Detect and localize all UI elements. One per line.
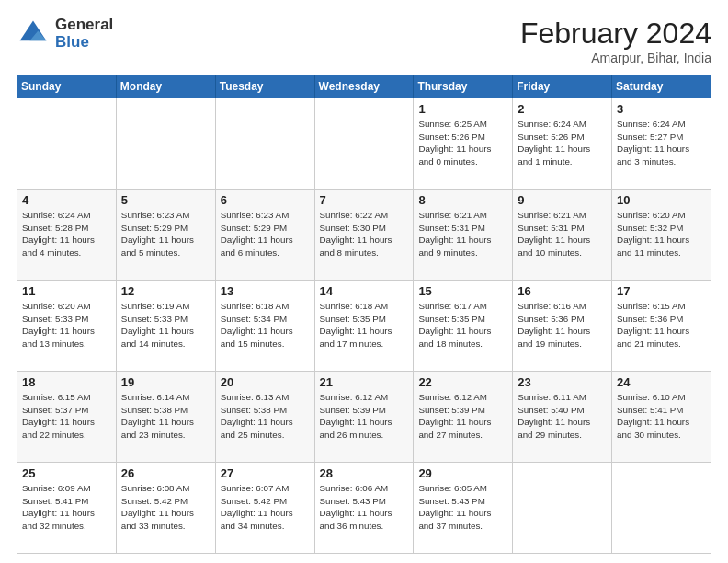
day-number: 5 (121, 193, 210, 207)
table-row: 22Sunrise: 6:12 AMSunset: 5:39 PMDayligh… (414, 372, 513, 463)
col-sunday: Sunday (17, 75, 117, 98)
day-info: Sunrise: 6:25 AMSunset: 5:26 PMDaylight:… (418, 118, 507, 168)
day-number: 6 (221, 193, 310, 207)
day-number: 22 (418, 375, 507, 389)
table-row: 4Sunrise: 6:24 AMSunset: 5:28 PMDaylight… (17, 190, 117, 281)
table-row: 5Sunrise: 6:23 AMSunset: 5:29 PMDaylight… (116, 190, 215, 281)
title-block: February 2024 Amarpur, Bihar, India (520, 17, 711, 65)
location-subtitle: Amarpur, Bihar, India (520, 51, 711, 65)
table-row: 20Sunrise: 6:13 AMSunset: 5:38 PMDayligh… (215, 372, 314, 463)
col-friday: Friday (513, 75, 612, 98)
table-row: 13Sunrise: 6:18 AMSunset: 5:34 PMDayligh… (215, 281, 314, 372)
table-row: 28Sunrise: 6:06 AMSunset: 5:43 PMDayligh… (314, 463, 414, 554)
table-row: 1Sunrise: 6:25 AMSunset: 5:26 PMDaylight… (414, 98, 513, 190)
day-number: 25 (22, 466, 111, 480)
day-info: Sunrise: 6:21 AMSunset: 5:31 PMDaylight:… (418, 209, 507, 259)
day-info: Sunrise: 6:08 AMSunset: 5:42 PMDaylight:… (121, 482, 210, 533)
table-row: 26Sunrise: 6:08 AMSunset: 5:42 PMDayligh… (116, 463, 215, 554)
day-info: Sunrise: 6:20 AMSunset: 5:32 PMDaylight:… (617, 209, 706, 259)
col-saturday: Saturday (612, 75, 711, 98)
calendar-week-row: 18Sunrise: 6:15 AMSunset: 5:37 PMDayligh… (17, 372, 711, 463)
day-info: Sunrise: 6:24 AMSunset: 5:26 PMDaylight:… (518, 118, 607, 168)
table-row (17, 98, 117, 190)
day-info: Sunrise: 6:23 AMSunset: 5:29 PMDaylight:… (121, 209, 210, 259)
table-row: 19Sunrise: 6:14 AMSunset: 5:38 PMDayligh… (116, 372, 215, 463)
table-row: 9Sunrise: 6:21 AMSunset: 5:31 PMDaylight… (513, 190, 612, 281)
day-number: 16 (518, 284, 607, 298)
day-number: 1 (418, 102, 507, 116)
header: General Blue February 2024 Amarpur, Biha… (17, 17, 711, 65)
table-row: 15Sunrise: 6:17 AMSunset: 5:35 PMDayligh… (414, 281, 513, 372)
day-number: 4 (22, 193, 111, 207)
table-row (612, 463, 711, 554)
logo-icon (17, 17, 50, 51)
day-number: 13 (221, 284, 310, 298)
logo-text: General Blue (55, 17, 113, 51)
table-row: 7Sunrise: 6:22 AMSunset: 5:30 PMDaylight… (314, 190, 414, 281)
calendar-header-row: Sunday Monday Tuesday Wednesday Thursday… (17, 75, 711, 98)
calendar-table: Sunday Monday Tuesday Wednesday Thursday… (17, 75, 711, 554)
day-info: Sunrise: 6:20 AMSunset: 5:33 PMDaylight:… (22, 300, 111, 350)
day-info: Sunrise: 6:22 AMSunset: 5:30 PMDaylight:… (320, 209, 409, 259)
table-row: 23Sunrise: 6:11 AMSunset: 5:40 PMDayligh… (513, 372, 612, 463)
day-info: Sunrise: 6:19 AMSunset: 5:33 PMDaylight:… (121, 300, 210, 350)
table-row: 21Sunrise: 6:12 AMSunset: 5:39 PMDayligh… (314, 372, 414, 463)
day-info: Sunrise: 6:15 AMSunset: 5:36 PMDaylight:… (617, 300, 706, 350)
col-monday: Monday (116, 75, 215, 98)
day-info: Sunrise: 6:12 AMSunset: 5:39 PMDaylight:… (418, 391, 507, 442)
table-row: 10Sunrise: 6:20 AMSunset: 5:32 PMDayligh… (612, 190, 711, 281)
day-info: Sunrise: 6:17 AMSunset: 5:35 PMDaylight:… (418, 300, 507, 350)
day-number: 29 (418, 466, 507, 480)
day-info: Sunrise: 6:11 AMSunset: 5:40 PMDaylight:… (518, 391, 607, 442)
day-info: Sunrise: 6:05 AMSunset: 5:43 PMDaylight:… (418, 482, 507, 533)
logo: General Blue (17, 17, 113, 51)
table-row: 16Sunrise: 6:16 AMSunset: 5:36 PMDayligh… (513, 281, 612, 372)
col-thursday: Thursday (414, 75, 513, 98)
day-info: Sunrise: 6:18 AMSunset: 5:34 PMDaylight:… (221, 300, 310, 350)
day-info: Sunrise: 6:15 AMSunset: 5:37 PMDaylight:… (22, 391, 111, 442)
table-row: 25Sunrise: 6:09 AMSunset: 5:41 PMDayligh… (17, 463, 117, 554)
day-number: 24 (617, 375, 706, 389)
table-row: 17Sunrise: 6:15 AMSunset: 5:36 PMDayligh… (612, 281, 711, 372)
calendar-week-row: 1Sunrise: 6:25 AMSunset: 5:26 PMDaylight… (17, 98, 711, 190)
logo-blue-text: Blue (55, 34, 113, 52)
day-number: 19 (121, 375, 210, 389)
day-info: Sunrise: 6:24 AMSunset: 5:28 PMDaylight:… (22, 209, 111, 259)
day-info: Sunrise: 6:07 AMSunset: 5:42 PMDaylight:… (221, 482, 310, 533)
col-wednesday: Wednesday (314, 75, 414, 98)
day-number: 21 (320, 375, 409, 389)
page: General Blue February 2024 Amarpur, Biha… (0, 0, 728, 563)
day-number: 18 (22, 375, 111, 389)
day-number: 20 (221, 375, 310, 389)
calendar-week-row: 25Sunrise: 6:09 AMSunset: 5:41 PMDayligh… (17, 463, 711, 554)
day-number: 15 (418, 284, 507, 298)
day-info: Sunrise: 6:14 AMSunset: 5:38 PMDaylight:… (121, 391, 210, 442)
table-row: 27Sunrise: 6:07 AMSunset: 5:42 PMDayligh… (215, 463, 314, 554)
table-row: 8Sunrise: 6:21 AMSunset: 5:31 PMDaylight… (414, 190, 513, 281)
day-info: Sunrise: 6:16 AMSunset: 5:36 PMDaylight:… (518, 300, 607, 350)
calendar-week-row: 11Sunrise: 6:20 AMSunset: 5:33 PMDayligh… (17, 281, 711, 372)
day-number: 26 (121, 466, 210, 480)
day-number: 23 (518, 375, 607, 389)
month-title: February 2024 (520, 17, 711, 51)
day-info: Sunrise: 6:12 AMSunset: 5:39 PMDaylight:… (320, 391, 409, 442)
table-row: 2Sunrise: 6:24 AMSunset: 5:26 PMDaylight… (513, 98, 612, 190)
day-info: Sunrise: 6:13 AMSunset: 5:38 PMDaylight:… (221, 391, 310, 442)
day-number: 14 (320, 284, 409, 298)
day-number: 8 (418, 193, 507, 207)
day-number: 3 (617, 102, 706, 116)
day-number: 11 (22, 284, 111, 298)
table-row: 12Sunrise: 6:19 AMSunset: 5:33 PMDayligh… (116, 281, 215, 372)
day-info: Sunrise: 6:23 AMSunset: 5:29 PMDaylight:… (221, 209, 310, 259)
day-number: 12 (121, 284, 210, 298)
day-info: Sunrise: 6:09 AMSunset: 5:41 PMDaylight:… (22, 482, 111, 533)
table-row (314, 98, 414, 190)
logo-general-text: General (55, 17, 113, 34)
day-info: Sunrise: 6:10 AMSunset: 5:41 PMDaylight:… (617, 391, 706, 442)
table-row: 11Sunrise: 6:20 AMSunset: 5:33 PMDayligh… (17, 281, 117, 372)
day-number: 17 (617, 284, 706, 298)
table-row (215, 98, 314, 190)
calendar-week-row: 4Sunrise: 6:24 AMSunset: 5:28 PMDaylight… (17, 190, 711, 281)
day-info: Sunrise: 6:06 AMSunset: 5:43 PMDaylight:… (320, 482, 409, 533)
day-number: 10 (617, 193, 706, 207)
